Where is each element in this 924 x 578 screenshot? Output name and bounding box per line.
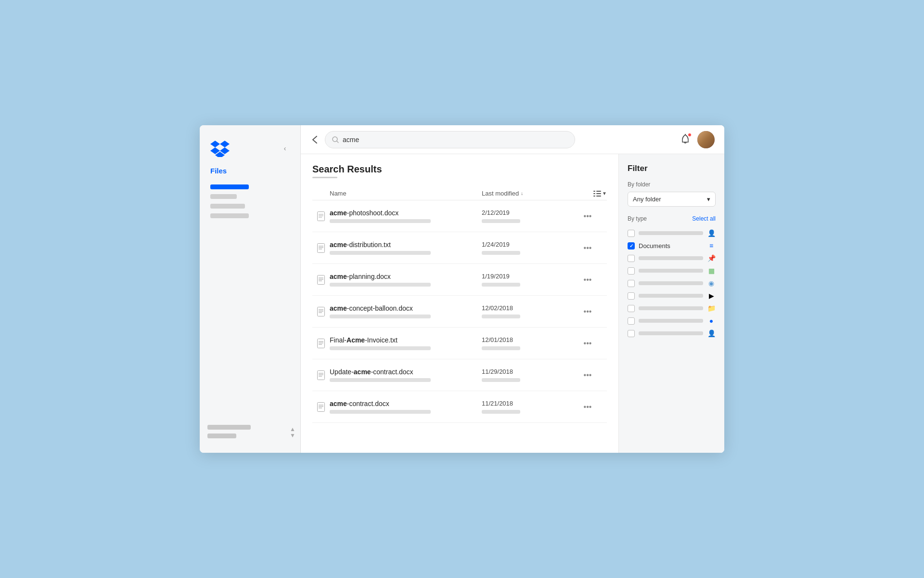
- type-icon-grid: ▦: [707, 266, 716, 275]
- file-more-button[interactable]: •••: [580, 305, 596, 318]
- svg-rect-24: [318, 339, 325, 348]
- back-button[interactable]: [310, 134, 319, 145]
- file-date-bar: [482, 346, 520, 350]
- type-checkbox[interactable]: [628, 317, 635, 325]
- type-label-bar: [639, 231, 703, 235]
- file-path-bar: [330, 410, 431, 414]
- search-input[interactable]: [343, 136, 568, 144]
- search-results-underline: [312, 177, 337, 178]
- file-icon: [312, 307, 330, 316]
- type-item[interactable]: ●: [628, 315, 716, 327]
- file-info: acme-photoshoot.docx: [330, 204, 482, 228]
- file-more-button[interactable]: •••: [580, 274, 596, 286]
- type-checkbox[interactable]: [628, 242, 635, 250]
- file-date: 11/21/2018: [482, 400, 568, 414]
- svg-rect-7: [596, 196, 601, 197]
- table-row[interactable]: Final-Acme-Invoice.txt 12/01/2018 •••: [312, 328, 607, 359]
- type-items-container: 👤Documents≡📌▦◉▶📁●👤: [628, 227, 716, 340]
- scroll-down-icon[interactable]: ▼: [290, 433, 295, 438]
- type-checkbox[interactable]: [628, 230, 635, 237]
- table-row[interactable]: acme-photoshoot.docx 2/12/2019 •••: [312, 200, 607, 232]
- table-row[interactable]: acme-contract.docx 11/21/2018 •••: [312, 391, 607, 423]
- type-item[interactable]: ▦: [628, 264, 716, 277]
- type-checkbox[interactable]: [628, 305, 635, 312]
- file-more-button[interactable]: •••: [580, 210, 596, 223]
- svg-rect-6: [593, 196, 595, 197]
- type-item[interactable]: 👤: [628, 227, 716, 239]
- type-item[interactable]: 📌: [628, 252, 716, 264]
- type-icon-paper: 📌: [707, 254, 716, 263]
- type-item[interactable]: Documents≡: [628, 239, 716, 252]
- sidebar-items-list: [207, 184, 293, 218]
- file-more-button[interactable]: •••: [580, 337, 596, 350]
- file-info: acme-contract.docx: [330, 395, 482, 419]
- file-more-button[interactable]: •••: [580, 401, 596, 413]
- type-item[interactable]: 👤: [628, 327, 716, 340]
- type-label-bar: [639, 331, 703, 335]
- table-row[interactable]: acme-distribution.txt 1/24/2019 •••: [312, 232, 607, 264]
- file-name: Final-Acme-Invoice.txt: [330, 336, 482, 344]
- sidebar-bottom-bar-1: [207, 425, 251, 430]
- file-more-col: •••: [568, 210, 607, 223]
- table-row[interactable]: acme-planning.docx 1/19/2019 •••: [312, 264, 607, 296]
- file-modified-date: 11/29/2018: [482, 368, 568, 375]
- type-checkbox[interactable]: [628, 280, 635, 287]
- sidebar-collapse-button[interactable]: ‹: [280, 144, 290, 153]
- search-icon: [332, 136, 339, 143]
- folder-dropdown[interactable]: Any folder ▾: [628, 192, 716, 207]
- main-content: Search Results Name Last modified ↓: [301, 125, 724, 453]
- col-modified-header[interactable]: Last modified ↓: [482, 190, 568, 197]
- avatar-image: [697, 131, 715, 148]
- svg-rect-4: [593, 193, 595, 194]
- search-results-title: Search Results: [312, 164, 607, 175]
- file-modified-date: 2/12/2019: [482, 209, 568, 216]
- sidebar-item-bar-3[interactable]: [210, 204, 245, 209]
- type-label-bar: [639, 281, 703, 285]
- notification-button[interactable]: [680, 134, 691, 145]
- file-date: 1/19/2019: [482, 273, 568, 287]
- type-checkbox[interactable]: [628, 255, 635, 262]
- sidebar-item-bar-4[interactable]: [210, 213, 249, 218]
- file-icon: [312, 211, 330, 221]
- sort-icon: ↓: [521, 191, 523, 196]
- scroll-up-icon[interactable]: ▲: [290, 426, 295, 432]
- file-more-button[interactable]: •••: [580, 369, 596, 381]
- table-row[interactable]: acme-concept-balloon.docx 12/02/2018 •••: [312, 296, 607, 328]
- type-item[interactable]: ▶: [628, 289, 716, 302]
- view-toggle-button[interactable]: ▼: [593, 191, 607, 197]
- file-more-col: •••: [568, 337, 607, 350]
- type-checkbox[interactable]: [628, 330, 635, 337]
- header: [301, 125, 724, 154]
- type-label-bar: [639, 306, 703, 310]
- folder-dropdown-chevron: ▾: [707, 196, 710, 203]
- type-icon-doc: ≡: [707, 241, 716, 250]
- file-date: 12/02/2018: [482, 304, 568, 318]
- sidebar-logo-area: ‹: [200, 135, 300, 160]
- avatar[interactable]: [697, 131, 715, 148]
- col-modified-label: Last modified: [482, 190, 519, 197]
- type-checkbox[interactable]: [628, 292, 635, 300]
- file-name: acme-planning.docx: [330, 273, 482, 280]
- file-icon: [312, 402, 330, 412]
- sidebar-files-link[interactable]: Files: [207, 165, 293, 177]
- sidebar-item-bar-2[interactable]: [210, 194, 237, 199]
- file-more-col: •••: [568, 305, 607, 318]
- type-label-bar: [639, 256, 703, 260]
- file-modified-date: 1/19/2019: [482, 273, 568, 280]
- table-row[interactable]: Update-acme-contract.docx 11/29/2018 •••: [312, 359, 607, 391]
- scroll-arrows[interactable]: ▲ ▼: [290, 426, 295, 438]
- file-info: Update-acme-contract.docx: [330, 363, 482, 387]
- file-more-col: •••: [568, 274, 607, 286]
- type-item[interactable]: 📁: [628, 302, 716, 315]
- body-area: Search Results Name Last modified ↓: [301, 154, 724, 453]
- file-info: acme-planning.docx: [330, 268, 482, 291]
- sidebar-item-bar-1[interactable]: [210, 184, 249, 189]
- file-path-bar: [330, 378, 431, 382]
- file-path-bar: [330, 251, 431, 255]
- select-all-link[interactable]: Select all: [692, 215, 716, 222]
- dropbox-logo-icon: [210, 140, 230, 157]
- search-bar[interactable]: [325, 131, 575, 148]
- type-item[interactable]: ◉: [628, 277, 716, 289]
- file-more-button[interactable]: •••: [580, 242, 596, 254]
- type-checkbox[interactable]: [628, 267, 635, 275]
